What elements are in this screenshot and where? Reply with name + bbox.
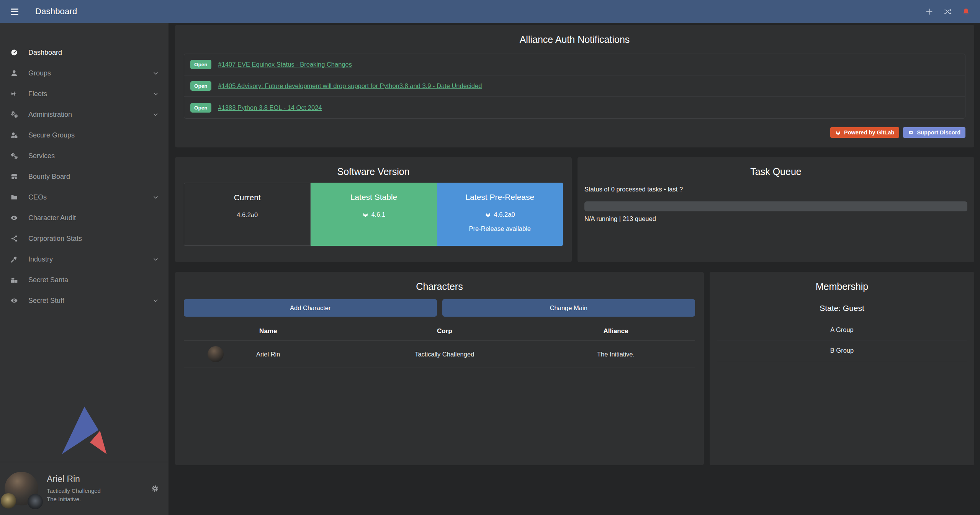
sidebar-item-label: Secret Stuff: [28, 297, 64, 305]
software-version-panel: Software Version Current 4.6.2a0 Latest …: [175, 157, 572, 262]
fighter-jet-icon: [8, 90, 20, 98]
gitlab-icon: [485, 211, 491, 218]
gears-icon: [8, 111, 20, 118]
powered-by-gitlab-badge[interactable]: Powered by GitLab: [830, 127, 899, 138]
gitlab-icon: [835, 130, 841, 136]
sidebar-item-secret-stuff[interactable]: Secret Stuff: [0, 290, 169, 311]
sidebar-item-dashboard[interactable]: Dashboard: [0, 42, 169, 63]
sidebar-item-industry[interactable]: Industry: [0, 249, 169, 270]
sidebar-item-ceos[interactable]: CEOs: [0, 187, 169, 208]
badge-label: Support Discord: [917, 129, 960, 136]
group-item: B Group: [717, 340, 967, 361]
task-progress-bar: [584, 201, 967, 211]
sidebar-item-secret-santa[interactable]: Secret Santa: [0, 270, 169, 290]
alliance-auth-notifications-panel: Alliance Auth Notifications Open #1407 E…: [175, 25, 974, 147]
table-header-row: Name Corp Alliance: [184, 320, 695, 340]
user-icon: [8, 69, 20, 77]
task-status-text: Status of 0 processed tasks • last ?: [584, 186, 967, 193]
user-alliance: The Initiative.: [47, 495, 101, 504]
version-value: 4.6.1: [371, 211, 385, 218]
gitlab-icon: [362, 211, 369, 218]
footer-badges: Powered by GitLab Support Discord: [175, 119, 974, 138]
user-lock-icon: [8, 131, 20, 139]
chevron-down-icon: [153, 257, 159, 262]
version-cells: Current 4.6.2a0 Latest Stable 4.6.1 Late…: [184, 183, 563, 246]
sidebar: Dashboard Groups Fleets Administration S…: [0, 23, 169, 515]
sidebar-item-administration[interactable]: Administration: [0, 104, 169, 125]
add-character-button[interactable]: Add Character: [184, 299, 437, 317]
eye-icon: [8, 214, 20, 222]
shuffle-icon[interactable]: [944, 8, 952, 16]
user-avatar: [5, 472, 38, 505]
membership-state: State: Guest: [710, 304, 974, 313]
user-panel: Ariel Rin Tactically Challenged The Init…: [0, 462, 169, 515]
badge-label: Powered by GitLab: [844, 129, 894, 136]
sidebar-item-groups[interactable]: Groups: [0, 63, 169, 83]
gauge-icon: [8, 49, 20, 56]
sidebar-item-services[interactable]: Services: [0, 146, 169, 166]
table-row: Ariel Rin Tactically Challenged The Init…: [184, 340, 695, 368]
notification-link[interactable]: #1383 Python 3.8 EOL - 14 Oct 2024: [218, 104, 322, 111]
notification-link[interactable]: #1407 EVE Equinox Status - Breaking Chan…: [218, 61, 352, 68]
version-note: Pre-Release available: [437, 225, 563, 232]
support-discord-badge[interactable]: Support Discord: [903, 127, 965, 138]
membership-panel: Membership State: Guest A Group B Group: [710, 272, 974, 465]
notification-row: Open #1405 Advisory: Future development …: [184, 75, 965, 97]
notifications-title: Alliance Auth Notifications: [175, 25, 974, 45]
chevron-down-icon: [153, 195, 159, 200]
share-icon: [8, 235, 20, 242]
sidebar-item-label: Secret Santa: [28, 276, 68, 284]
notification-link[interactable]: #1405 Advisory: Future development will …: [218, 82, 482, 90]
navbar-actions: [925, 8, 970, 16]
sidebar-menu: Dashboard Groups Fleets Administration S…: [0, 23, 169, 311]
column-header-alliance: Alliance: [537, 320, 695, 340]
sidebar-item-label: Administration: [28, 111, 72, 119]
character-portrait: [208, 346, 224, 362]
main-content: Alliance Auth Notifications Open #1407 E…: [169, 0, 980, 465]
sidebar-item-label: Corporation Stats: [28, 235, 82, 243]
version-value: 4.6.2a0: [237, 211, 258, 219]
version-stable-cell: Latest Stable 4.6.1: [311, 183, 437, 246]
characters-buttons: Add Character Change Main: [184, 299, 695, 317]
sidebar-item-label: Character Audit: [28, 214, 76, 222]
group-item: A Group: [717, 320, 967, 340]
sidebar-item-label: Industry: [28, 255, 53, 263]
version-current-cell: Current 4.6.2a0: [184, 183, 311, 246]
task-queue-body: Status of 0 processed tasks • last ? N/A…: [578, 177, 974, 222]
status-badge: Open: [190, 103, 211, 113]
gear-icon[interactable]: [151, 484, 159, 493]
add-icon[interactable]: [925, 8, 933, 16]
sidebar-item-corporation-stats[interactable]: Corporation Stats: [0, 228, 169, 249]
version-label: Latest Stable: [311, 193, 437, 202]
membership-title: Membership: [710, 272, 974, 292]
membership-groups: A Group B Group: [717, 320, 967, 361]
notification-bell-icon[interactable]: [962, 8, 970, 16]
change-main-button[interactable]: Change Main: [442, 299, 695, 317]
hammer-icon: [8, 255, 20, 263]
column-header-name: Name: [184, 320, 353, 340]
status-badge: Open: [190, 60, 211, 69]
notifications-list: Open #1407 EVE Equinox Status - Breaking…: [184, 54, 965, 119]
menu-icon[interactable]: [10, 7, 21, 16]
sidebar-item-character-audit[interactable]: Character Audit: [0, 208, 169, 228]
notification-row: Open #1383 Python 3.8 EOL - 14 Oct 2024: [184, 97, 965, 118]
page-title: Dashboard: [35, 7, 77, 16]
eye-icon: [8, 297, 20, 304]
gifts-icon: [8, 276, 20, 284]
navbar: Dashboard: [0, 0, 980, 23]
sidebar-item-fleets[interactable]: Fleets: [0, 83, 169, 104]
sidebar-item-secure-groups[interactable]: Secure Groups: [0, 125, 169, 146]
sidebar-item-bounty-board[interactable]: Bounty Board: [0, 166, 169, 187]
store-icon: [8, 173, 20, 180]
characters-title: Characters: [175, 272, 704, 292]
notification-row: Open #1407 EVE Equinox Status - Breaking…: [184, 54, 965, 75]
user-corp: Tactically Challenged: [47, 487, 101, 495]
version-label: Latest Pre-Release: [437, 193, 563, 202]
sidebar-item-label: Groups: [28, 69, 51, 77]
character-name: Ariel Rin: [256, 351, 280, 358]
sidebar-item-label: Dashboard: [28, 49, 62, 57]
user-name: Ariel Rin: [47, 474, 101, 484]
version-label: Current: [184, 193, 310, 202]
version-value: 4.6.2a0: [494, 211, 515, 218]
chevron-down-icon: [153, 112, 159, 118]
